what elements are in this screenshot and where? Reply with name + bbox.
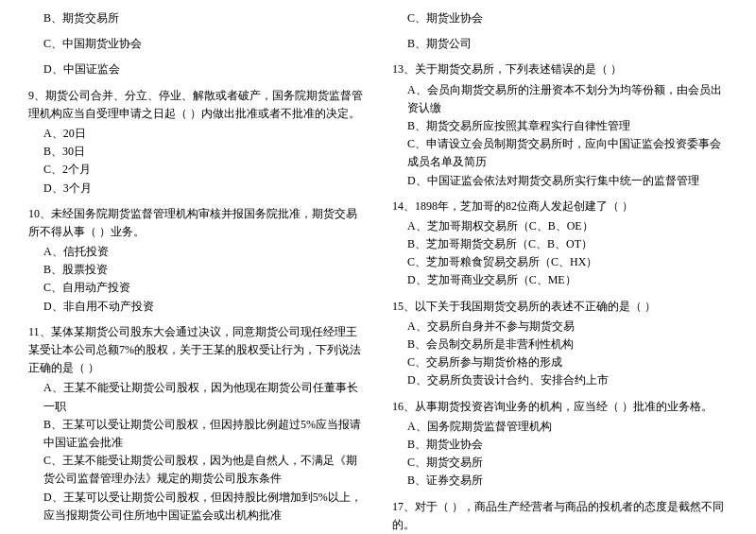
option-15c: C、交易所参与期货价格的形成: [392, 353, 728, 371]
option-11b: B、王某可以受让期货公司股权，但因持股比例超过5%应当报请中国证监会批准: [28, 416, 364, 452]
option-16c: C、期货交易所: [392, 454, 728, 472]
question-16: 16、从事期货投资咨询业务的机构，应当经（ ）批准的业务格。 A、国务院期货监督…: [392, 398, 728, 491]
option-text: D、中国证监会: [28, 60, 364, 78]
question-14: 14、1898年，芝加哥的82位商人发起创建了（ ） A、芝加哥期权交易所（C、…: [392, 198, 728, 290]
question-11: 11、某体某期货公司股东大会通过决议，同意期货公司现任经理王某受让本公司总额7%…: [28, 323, 364, 525]
option-16a: A、国务院期货监督管理机构: [392, 418, 728, 436]
option-13d: D、中国证监会依法对期货交易所实行集中统一的监督管理: [392, 172, 728, 190]
option-9c: C、2个月: [28, 161, 364, 179]
left-column: B、期货交易所 C、中国期货业协会 D、中国证监会 9、期货公司合并、分立、停业…: [28, 9, 378, 534]
option-13c: C、申请设立会员制期货交易所时，应向中国证监会投资委事会成员名单及简历: [392, 135, 728, 171]
question-text: 14、1898年，芝加哥的82位商人发起创建了（ ）: [392, 198, 728, 215]
question-text: 17、对于（ ），商品生产经营者与商品的投机者的态度是截然不同的。: [392, 498, 728, 534]
option-10c: C、自用动产投资: [28, 279, 364, 297]
question-text: 11、某体某期货公司股东大会通过决议，同意期货公司现任经理王某受让本公司总额7%…: [28, 323, 364, 378]
option-14a: A、芝加哥期权交易所（C、B、OE）: [392, 217, 728, 235]
question-text: 13、关于期货交易所，下列表述错误的是（ ）: [392, 60, 728, 78]
left-item-2: C、中国期货业协会: [28, 35, 364, 53]
option-10d: D、非自用不动产投资: [28, 298, 364, 316]
left-item-1: B、期货交易所: [28, 9, 364, 27]
right-item-2: B、期货公司: [392, 35, 728, 53]
option-11c: C、王某不能受让期货公司股权，因为他是自然人，不满足《期货公司监督管理办法》规定…: [28, 452, 364, 488]
option-16d: B、证券交易所: [392, 472, 728, 490]
option-9d: D、3个月: [28, 180, 364, 198]
option-text: B、期货公司: [392, 35, 728, 53]
left-item-3: D、中国证监会: [28, 60, 364, 78]
right-column: C、期货业协会 B、期货公司 13、关于期货交易所，下列表述错误的是（ ） A、…: [378, 9, 728, 534]
option-text: C、期货业协会: [392, 9, 728, 27]
question-17: 17、对于（ ），商品生产经营者与商品的投机者的态度是截然不同的。 A、信用风险…: [392, 498, 728, 535]
option-10b: B、股票投资: [28, 261, 364, 279]
option-14b: B、芝加哥期货交易所（C、B、OT）: [392, 235, 728, 253]
question-15: 15、以下关于我国期货交易所的表述不正确的是（ ） A、交易所自身并不参与期货交…: [392, 298, 728, 390]
question-9: 9、期货公司合并、分立、停业、解散或者破产，国务院期货监督管理机构应当自受理申请…: [28, 87, 364, 198]
question-text: 9、期货公司合并、分立、停业、解散或者破产，国务院期货监督管理机构应当自受理申请…: [28, 87, 364, 123]
option-14c: C、芝加哥粮食贸易交易所（C、HX）: [392, 253, 728, 271]
option-13a: A、会员向期货交易所的注册资本不划分为均等份额，由会员出资认缴: [392, 81, 728, 117]
option-15b: B、会员制交易所是非营利性机构: [392, 336, 728, 353]
question-text: 10、未经国务院期货监督管理机构审核并报国务院批准，期货交易所不得从事（ ）业务…: [28, 205, 364, 241]
option-13b: B、期货交易所应按照其章程实行自律性管理: [392, 117, 728, 135]
option-15a: A、交易所自身并不参与期货交易: [392, 318, 728, 336]
question-13: 13、关于期货交易所，下列表述错误的是（ ） A、会员向期货交易所的注册资本不划…: [392, 60, 728, 189]
option-text: C、中国期货业协会: [28, 35, 364, 53]
option-text: B、期货交易所: [28, 9, 364, 27]
question-text: 16、从事期货投资咨询业务的机构，应当经（ ）批准的业务格。: [392, 398, 728, 416]
right-item-1: C、期货业协会: [392, 9, 728, 27]
option-15d: D、交易所负责设计合约、安排合约上市: [392, 371, 728, 389]
option-11a: A、王某不能受让期货公司股权，因为他现在期货公司任董事长一职: [28, 379, 364, 415]
option-10a: A、信托投资: [28, 243, 364, 261]
question-text: 15、以下关于我国期货交易所的表述不正确的是（ ）: [392, 298, 728, 316]
option-16b: B、期货业协会: [392, 436, 728, 454]
option-9a: A、20日: [28, 125, 364, 143]
question-10: 10、未经国务院期货监督管理机构审核并报国务院批准，期货交易所不得从事（ ）业务…: [28, 205, 364, 316]
option-14d: D、芝加哥商业交易所（C、ME）: [392, 271, 728, 289]
option-9b: B、30日: [28, 143, 364, 161]
option-11d: D、王某可以受让期货公司股权，但因持股比例增加到5%以上，应当报期货公司住所地中…: [28, 489, 364, 525]
